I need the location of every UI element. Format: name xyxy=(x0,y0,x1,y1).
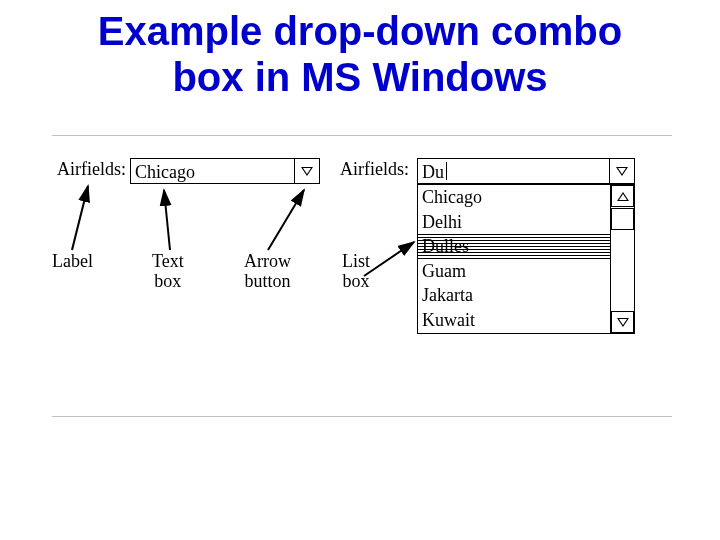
title-line-1: Example drop-down combo xyxy=(98,9,622,53)
listbox-items: ChicagoDelhiDullesGuamJakartaKuwait xyxy=(418,185,610,333)
list-item[interactable]: Kuwait xyxy=(418,308,610,333)
list-item[interactable]: Jakarta xyxy=(418,283,610,308)
list-item[interactable]: Chicago xyxy=(418,185,610,210)
scroll-down-button[interactable] xyxy=(611,311,634,333)
list-item[interactable]: Dulles xyxy=(418,234,610,259)
title-line-2: box in MS Windows xyxy=(172,55,547,99)
svg-line-0 xyxy=(72,186,88,250)
callout-label-listbox: List box xyxy=(342,252,370,292)
page-title: Example drop-down combo box in MS Window… xyxy=(0,8,720,100)
callout-arrow-arrowbtn xyxy=(260,186,320,252)
combo-textbox-open[interactable]: Du xyxy=(422,162,444,183)
callout-label-textbox: Text box xyxy=(152,252,184,292)
scroll-thumb[interactable] xyxy=(611,208,634,230)
diagram-container: Airfields: Chicago Label Text box Arrow … xyxy=(52,135,672,417)
combo-box-closed[interactable]: Chicago xyxy=(130,158,320,184)
svg-line-2 xyxy=(268,190,304,250)
list-item[interactable]: Delhi xyxy=(418,210,610,235)
chevron-down-icon xyxy=(617,318,629,327)
chevron-up-icon xyxy=(617,192,629,201)
svg-line-3 xyxy=(364,242,414,276)
callout-label-arrowbutton: Arrow button xyxy=(244,252,291,292)
scroll-up-button[interactable] xyxy=(611,185,634,207)
combo-box-open[interactable]: Du xyxy=(417,158,635,184)
dropdown-arrow-button-open[interactable] xyxy=(609,159,634,183)
callout-arrow-label xyxy=(66,182,96,252)
text-caret-icon xyxy=(446,162,447,180)
callout-arrow-textbox xyxy=(152,186,192,252)
chevron-down-icon xyxy=(301,167,313,176)
scrollbar[interactable] xyxy=(610,185,634,333)
chevron-down-icon xyxy=(616,167,628,176)
combo-textbox[interactable]: Chicago xyxy=(135,162,195,183)
dropdown-arrow-button[interactable] xyxy=(294,159,319,183)
field-label-left: Airfields: xyxy=(57,160,126,180)
svg-line-1 xyxy=(164,190,170,250)
callout-label-label: Label xyxy=(52,252,93,272)
field-label-right: Airfields: xyxy=(340,160,409,180)
list-item[interactable]: Guam xyxy=(418,259,610,284)
listbox[interactable]: ChicagoDelhiDullesGuamJakartaKuwait xyxy=(417,184,635,334)
